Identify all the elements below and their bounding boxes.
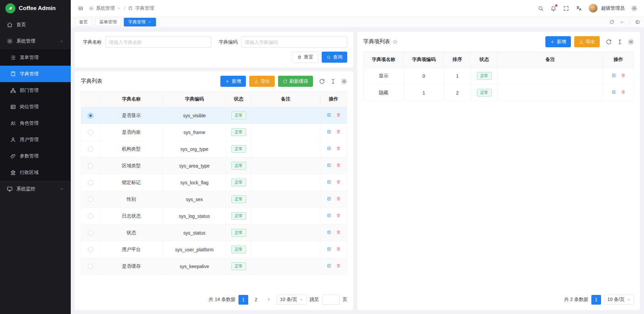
sidebar-item-role-mgmt[interactable]: 角色管理 [0, 115, 71, 131]
settings-button[interactable] [631, 5, 637, 11]
edit-button[interactable] [327, 196, 331, 201]
notifications-button[interactable] [550, 5, 556, 11]
row-radio[interactable] [88, 163, 93, 169]
row-radio[interactable] [88, 264, 93, 269]
dict-code-input[interactable] [241, 37, 347, 48]
delete-button[interactable] [336, 129, 341, 134]
export-dict-item-button[interactable]: 导出 [574, 36, 600, 47]
refresh-cache-button[interactable]: 刷新缓存 [278, 76, 313, 87]
table-row[interactable]: 区域类型 sys_area_type 正常 [81, 158, 347, 174]
reset-button[interactable]: 重置 [292, 52, 318, 63]
edit-button[interactable] [327, 230, 331, 235]
delete-button[interactable] [336, 247, 341, 251]
table-row[interactable]: 是否显示 sys_visible 正常 [81, 107, 347, 124]
row-radio[interactable] [88, 146, 93, 152]
bank-icon [10, 170, 16, 176]
delete-button[interactable] [336, 180, 341, 184]
row-radio[interactable] [88, 230, 93, 236]
tab-menu-mgmt[interactable]: 菜单管理 [95, 18, 121, 26]
edit-button[interactable] [611, 90, 616, 95]
download-icon [579, 40, 584, 44]
breadcrumb-system[interactable]: 系统管理 [96, 5, 115, 11]
sidebar-item-menu-mgmt[interactable]: 菜单管理 [0, 49, 71, 66]
table-row[interactable]: 性别 sys_sex 正常 [81, 191, 347, 208]
add-dict-item-button[interactable]: 新增 [545, 36, 571, 47]
next-page-button[interactable] [264, 295, 274, 305]
page-button-1[interactable]: 1 [591, 295, 601, 305]
sidebar-item-system[interactable]: 系统管理 [0, 33, 71, 49]
edit-button[interactable] [327, 163, 331, 168]
table-row[interactable]: 是否缓存 sys_keepalive 正常 [81, 258, 347, 275]
avatar[interactable] [589, 4, 598, 13]
reload-table-button[interactable] [319, 78, 325, 84]
table-row[interactable]: 机构类型 sys_org_type 正常 [81, 141, 347, 158]
delete-button[interactable] [336, 146, 341, 151]
table-row[interactable]: 是否内嵌 sys_frame 正常 [81, 124, 347, 141]
row-radio[interactable] [88, 213, 93, 219]
sidebar-item-label: 参数管理 [20, 153, 39, 159]
row-radio[interactable] [88, 247, 93, 252]
delete-button[interactable] [336, 230, 341, 235]
edit-button[interactable] [327, 263, 331, 268]
row-radio[interactable] [88, 197, 93, 202]
edit-button[interactable] [327, 129, 331, 134]
sidebar-item-monitor[interactable]: 系统监控 [0, 181, 71, 197]
edit-button[interactable] [327, 247, 331, 251]
edit-button[interactable] [327, 213, 331, 218]
delete-button[interactable] [621, 90, 626, 95]
table-row[interactable]: 用户平台 sys_user_platform 正常 [81, 241, 347, 258]
tab-home[interactable]: 首页 [75, 18, 92, 26]
sidebar-item-dict-mgmt[interactable]: 字典管理 [0, 66, 71, 82]
row-radio[interactable] [88, 130, 93, 135]
edit-button[interactable] [327, 113, 331, 117]
sidebar-item-region-mgmt[interactable]: 行政区域 [0, 164, 71, 181]
content-fullscreen-button[interactable] [635, 20, 640, 24]
language-button[interactable] [576, 5, 582, 11]
collapse-sidebar-button[interactable] [77, 5, 84, 11]
delete-button[interactable] [336, 213, 341, 218]
export-dict-button[interactable]: 导出 [249, 76, 275, 87]
row-radio[interactable] [88, 180, 93, 185]
page-size-select[interactable]: 10 条/页 [604, 295, 634, 305]
dict-name-input[interactable] [105, 37, 211, 48]
search-button[interactable] [538, 5, 544, 11]
fullscreen-button[interactable] [563, 5, 569, 11]
table-row[interactable]: 隐藏 1 2 正常 [364, 84, 634, 101]
reload-table-button[interactable] [606, 39, 612, 45]
sidebar-item-dept-mgmt[interactable]: 部门管理 [0, 82, 71, 99]
page-button-2[interactable]: 2 [251, 295, 261, 305]
delete-button[interactable] [336, 113, 341, 117]
table-row[interactable]: 日志状态 sys_log_status 正常 [81, 208, 347, 225]
edit-button[interactable] [327, 180, 331, 184]
close-icon[interactable] [148, 20, 152, 24]
delete-button[interactable] [336, 263, 341, 268]
jump-page-input[interactable] [322, 295, 339, 305]
refresh-page-button[interactable] [609, 20, 614, 24]
table-settings-button[interactable] [341, 78, 347, 84]
current-user-name[interactable]: 超级管理员 [601, 5, 625, 11]
page-size-value: 10 条/页 [280, 297, 297, 303]
edit-button[interactable] [611, 73, 616, 78]
tab-dict-mgmt[interactable]: 字典管理 [124, 18, 156, 26]
dict-item-table: 字典项名称 字典项编码 排序 状态 备注 操作 显示 0 [357, 52, 640, 101]
sidebar-item-param-mgmt[interactable]: 参数管理 [0, 148, 71, 164]
page-button-1[interactable]: 1 [238, 295, 248, 305]
table-row[interactable]: 锁定标记 sys_lock_flag 正常 [81, 174, 347, 191]
delete-button[interactable] [621, 73, 626, 78]
edit-button[interactable] [327, 146, 331, 151]
sidebar-item-user-mgmt[interactable]: 用户管理 [0, 131, 71, 148]
sidebar-item-home[interactable]: 首页 [0, 16, 71, 33]
row-radio[interactable] [88, 113, 93, 118]
page-size-select[interactable]: 10 条/页 [277, 295, 307, 305]
table-settings-button[interactable] [628, 39, 634, 45]
delete-button[interactable] [336, 163, 341, 168]
query-button[interactable]: 查询 [322, 52, 347, 63]
delete-button[interactable] [336, 196, 341, 201]
table-density-button[interactable] [617, 39, 623, 45]
add-dict-button[interactable]: 新增 [220, 76, 246, 87]
table-density-button[interactable] [330, 78, 336, 84]
tab-options-button[interactable] [620, 20, 624, 24]
sidebar-item-post-mgmt[interactable]: 岗位管理 [0, 99, 71, 115]
table-row[interactable]: 显示 0 1 正常 [364, 68, 634, 84]
table-row[interactable]: 状态 sys_status 正常 [81, 225, 347, 241]
